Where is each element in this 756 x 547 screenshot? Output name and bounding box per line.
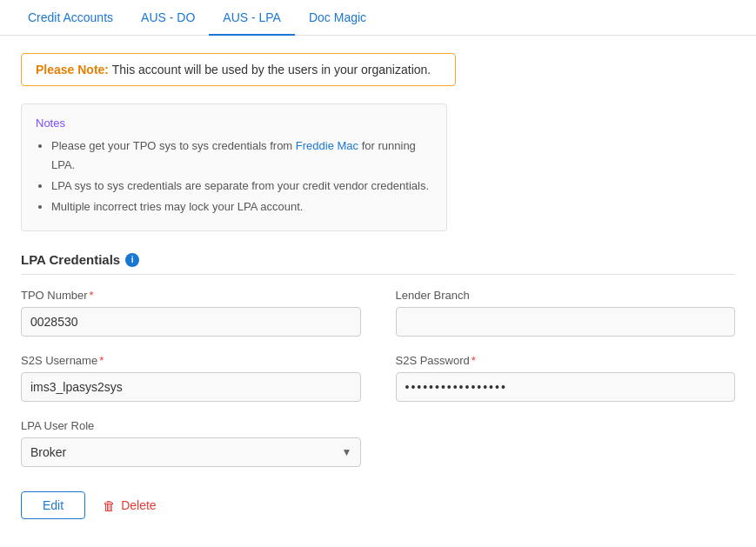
- tab-aus-lpa[interactable]: AUS - LPA: [209, 0, 295, 35]
- button-row: Edit 🗑 Delete: [21, 491, 735, 519]
- lpa-user-role-wrapper: Broker Lender Other ▼: [21, 437, 361, 467]
- s2s-password-input[interactable]: [396, 372, 736, 402]
- alert-label: Please Note:: [36, 63, 109, 77]
- alert-box: Please Note: This account will be used b…: [21, 53, 456, 86]
- lpa-user-role-select[interactable]: Broker Lender Other: [21, 437, 361, 467]
- info-icon[interactable]: i: [125, 253, 139, 267]
- main-content: Please Note: This account will be used b…: [0, 36, 756, 537]
- lender-branch-group: Lender Branch: [396, 289, 736, 337]
- tab-credit-accounts[interactable]: Credit Accounts: [14, 0, 127, 35]
- lpa-user-role-label: LPA User Role: [21, 419, 361, 432]
- notes-title: Notes: [36, 117, 432, 130]
- s2s-password-label: S2S Password*: [396, 354, 736, 367]
- tpo-number-group: TPO Number*: [21, 289, 361, 337]
- s2s-username-input[interactable]: [21, 372, 361, 402]
- notes-item-2: LPA sys to sys credentials are separate …: [51, 177, 432, 196]
- s2s-username-group: S2S Username*: [21, 354, 361, 402]
- alert-message: This account will be used by the users i…: [112, 63, 432, 77]
- tab-bar: Credit Accounts AUS - DO AUS - LPA Doc M…: [0, 0, 756, 36]
- tpo-number-label: TPO Number*: [21, 289, 361, 302]
- s2s-password-group: S2S Password*: [396, 354, 736, 402]
- s2s-username-required: *: [99, 354, 104, 367]
- lender-branch-label: Lender Branch: [396, 289, 736, 302]
- section-heading: LPA Credentials i: [21, 252, 735, 275]
- notes-item-1: Please get your TPO sys to sys credentia…: [51, 137, 432, 175]
- lpa-user-role-group: LPA User Role Broker Lender Other ▼: [21, 419, 361, 467]
- s2s-username-label: S2S Username*: [21, 354, 361, 367]
- tab-aus-do[interactable]: AUS - DO: [127, 0, 209, 35]
- tpo-required: *: [90, 289, 94, 302]
- freddie-mac-link[interactable]: Freddie Mac: [296, 139, 358, 152]
- delete-label: Delete: [121, 498, 156, 512]
- lpa-credentials-form: TPO Number* Lender Branch S2S Username* …: [21, 289, 735, 467]
- delete-icon: 🗑: [103, 498, 116, 513]
- notes-item-3: Multiple incorrect tries may lock your L…: [51, 197, 432, 217]
- s2s-password-required: *: [472, 354, 476, 367]
- tab-doc-magic[interactable]: Doc Magic: [295, 0, 380, 35]
- notes-list: Please get your TPO sys to sys credentia…: [36, 137, 432, 217]
- delete-button[interactable]: 🗑 Delete: [99, 492, 159, 519]
- edit-button[interactable]: Edit: [21, 491, 85, 519]
- lender-branch-input[interactable]: [396, 307, 736, 337]
- tpo-number-input[interactable]: [21, 307, 361, 337]
- section-title: LPA Credentials: [21, 252, 120, 267]
- notes-box: Notes Please get your TPO sys to sys cre…: [21, 103, 447, 231]
